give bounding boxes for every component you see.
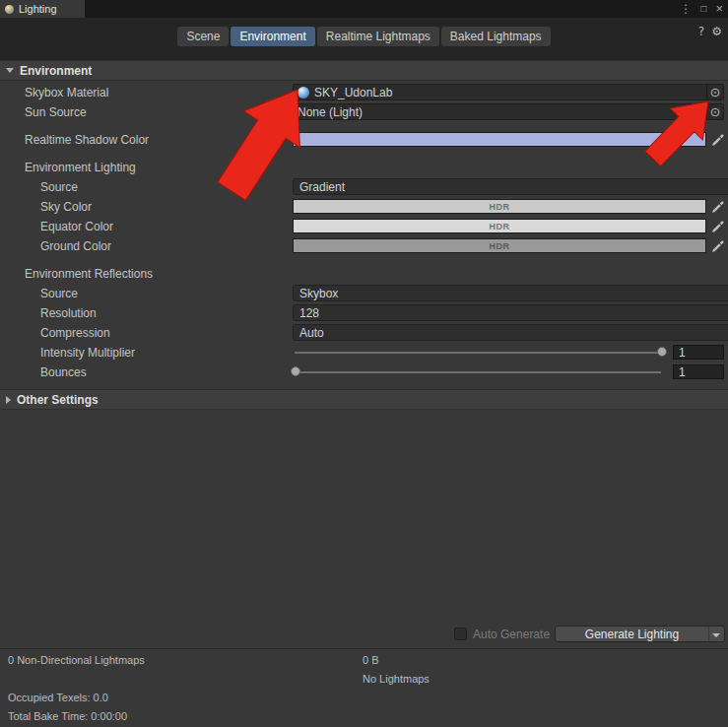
- skybox-object-picker-button[interactable]: ⊙: [706, 85, 723, 99]
- intensity-multiplier-slider[interactable]: 1: [293, 345, 724, 360]
- object-picker-icon: ⊙: [710, 85, 721, 99]
- compression-label: Compression: [40, 326, 110, 340]
- eyedropper-icon[interactable]: [711, 219, 724, 233]
- sun-source-text: None (Light): [294, 104, 706, 119]
- environment-lighting-group-row: Environment Lighting: [0, 158, 728, 177]
- other-settings-section-header[interactable]: Other Settings: [0, 389, 728, 410]
- intensity-multiplier-row: Intensity Multiplier 1: [0, 343, 728, 363]
- environment-lighting-label: Environment Lighting: [25, 161, 136, 174]
- tab-scene[interactable]: Scene: [177, 27, 229, 46]
- lighting-window: Lighting ⋮ □ × Scene Environment Realtim…: [0, 0, 728, 727]
- resolution-value: 128: [299, 306, 319, 320]
- intensity-multiplier-value-field[interactable]: 1: [673, 345, 724, 360]
- lighting-window-icon: [5, 5, 14, 14]
- skybox-material-field[interactable]: SKY_UdonLab ⊙: [293, 84, 724, 100]
- bounces-row: Bounces 1: [0, 363, 728, 382]
- tab-realtime-lightmaps[interactable]: Realtime Lightmaps: [317, 27, 439, 46]
- slider-knob[interactable]: [657, 347, 667, 357]
- ground-color-label: Ground Color: [40, 239, 111, 253]
- close-icon[interactable]: ×: [715, 0, 723, 18]
- ground-color-swatch[interactable]: HDR: [293, 238, 706, 253]
- status-size: 0 B: [363, 654, 379, 666]
- equator-color-swatch[interactable]: HDR: [293, 219, 706, 233]
- window-title: Lighting: [19, 3, 57, 15]
- reflections-source-value: Skybox: [299, 287, 338, 300]
- window-menu-icon[interactable]: ⋮: [680, 0, 692, 18]
- skybox-material-text: SKY_UdonLab: [294, 85, 706, 99]
- tab-baked-lightmaps[interactable]: Baked Lightmaps: [441, 27, 551, 46]
- intensity-multiplier-label: Intensity Multiplier: [40, 346, 135, 360]
- status-occupied-texels: Occupied Texels: 0.0: [8, 692, 108, 703]
- lighting-tab-bar: Scene Environment Realtime Lightmaps Bak…: [0, 27, 728, 46]
- other-settings-section-title: Other Settings: [17, 393, 99, 407]
- slider-knob[interactable]: [291, 366, 300, 376]
- compression-row: Compression Auto: [0, 323, 728, 343]
- window-titlebar: Lighting ⋮ □ ×: [0, 0, 728, 18]
- status-lightmaps-count: 0 Non-Directional Lightmaps: [8, 654, 145, 666]
- env-lighting-source-value: Gradient: [299, 180, 345, 194]
- resolution-label: Resolution: [40, 306, 97, 320]
- sky-color-swatch[interactable]: HDR: [293, 199, 706, 214]
- bounces-label: Bounces: [40, 365, 87, 379]
- realtime-shadow-color-swatch[interactable]: [293, 132, 706, 147]
- auto-generate-checkbox[interactable]: [454, 628, 467, 640]
- resolution-dropdown[interactable]: 128: [293, 304, 728, 321]
- skybox-material-value: SKY_UdonLab: [314, 86, 392, 99]
- compression-dropdown[interactable]: Auto: [293, 324, 728, 341]
- realtime-shadow-color-label: Realtime Shadow Color: [25, 133, 149, 147]
- generate-lighting-dropdown-button[interactable]: [708, 627, 724, 641]
- object-picker-icon: ⊙: [710, 104, 721, 119]
- realtime-shadow-color-row: Realtime Shadow Color: [0, 130, 728, 150]
- generate-lighting-button[interactable]: Generate Lighting: [555, 626, 725, 642]
- sun-source-field[interactable]: None (Light) ⊙: [293, 103, 724, 120]
- skybox-material-row: Skybox Material SKY_UdonLab ⊙: [0, 83, 728, 102]
- ground-color-row: Ground Color HDR: [0, 236, 728, 256]
- reflections-source-dropdown[interactable]: Skybox: [293, 285, 728, 301]
- foldout-expanded-icon: [6, 68, 14, 73]
- sky-color-row: Sky Color HDR: [0, 197, 728, 217]
- help-icon[interactable]: ?: [698, 25, 704, 38]
- chevron-down-icon: [712, 633, 720, 637]
- auto-generate-label: Auto Generate: [473, 628, 550, 641]
- skybox-material-label: Skybox Material: [25, 86, 108, 99]
- sun-source-value: None (Light): [298, 105, 363, 119]
- environment-section-header[interactable]: Environment: [0, 60, 728, 81]
- hdr-badge: HDR: [490, 222, 510, 231]
- status-bar: 0 Non-Directional Lightmaps 0 B No Light…: [0, 648, 728, 727]
- status-total-bake-time: Total Bake Time: 0:00:00: [8, 710, 127, 722]
- eyedropper-icon[interactable]: [711, 238, 724, 253]
- equator-color-row: Equator Color HDR: [0, 217, 728, 236]
- bounces-slider[interactable]: 1: [293, 364, 724, 379]
- sun-source-row: Sun Source None (Light) ⊙: [0, 102, 728, 122]
- sky-color-label: Sky Color: [40, 200, 92, 214]
- bounces-value-field[interactable]: 1: [673, 364, 724, 379]
- slider-track[interactable]: [295, 371, 661, 373]
- eyedropper-icon[interactable]: [711, 199, 724, 214]
- env-lighting-source-dropdown[interactable]: Gradient: [293, 178, 728, 195]
- lighting-window-tab[interactable]: Lighting: [0, 0, 85, 18]
- slider-track[interactable]: [295, 352, 661, 354]
- material-thumbnail-icon: [298, 87, 309, 99]
- lighting-toolbar: Scene Environment Realtime Lightmaps Bak…: [0, 18, 728, 60]
- sun-source-label: Sun Source: [25, 105, 87, 119]
- gear-icon[interactable]: ⚙: [711, 25, 722, 38]
- hdr-badge: HDR: [490, 241, 510, 251]
- env-lighting-source-label: Source: [40, 180, 78, 194]
- environment-reflections-label: Environment Reflections: [25, 267, 153, 281]
- foldout-collapsed-icon: [6, 396, 11, 404]
- environment-section-title: Environment: [20, 64, 92, 78]
- reflections-source-label: Source: [40, 287, 78, 300]
- env-lighting-source-row: Source Gradient: [0, 177, 728, 197]
- generate-lighting-label: Generate Lighting: [556, 627, 708, 641]
- reflections-source-row: Source Skybox: [0, 284, 728, 303]
- environment-reflections-group-row: Environment Reflections: [0, 264, 728, 284]
- eyedropper-icon[interactable]: [711, 132, 724, 147]
- status-lightmaps-state: No Lightmaps: [363, 673, 430, 685]
- sun-source-object-picker-button[interactable]: ⊙: [706, 104, 723, 119]
- maximize-icon[interactable]: □: [700, 0, 706, 18]
- tab-environment[interactable]: Environment: [231, 27, 314, 46]
- window-controls: ⋮ □ ×: [680, 0, 723, 18]
- toolbar-right-icons: ? ⚙: [698, 25, 722, 38]
- compression-value: Auto: [299, 326, 324, 340]
- equator-color-label: Equator Color: [40, 220, 113, 233]
